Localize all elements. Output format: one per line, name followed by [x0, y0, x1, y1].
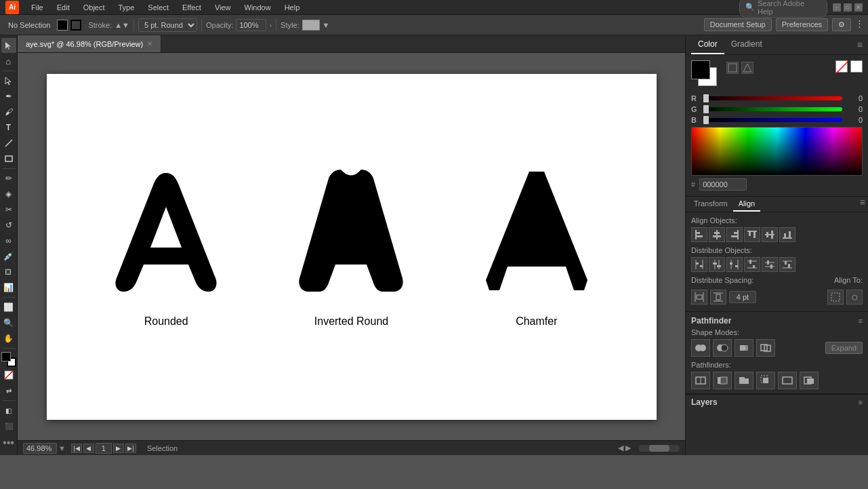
type-tool[interactable]: T [1, 120, 16, 135]
next-page-btn[interactable]: ▶ [113, 444, 124, 453]
brush-tool[interactable]: 🖌 [1, 104, 16, 119]
align-bottom-btn[interactable] [779, 227, 795, 242]
zoom-input[interactable]: 46.98% [23, 443, 57, 454]
transform-tab[interactable]: Transform [688, 197, 733, 212]
b-slider[interactable] [703, 118, 842, 122]
color-tab[interactable]: Color [691, 35, 724, 54]
exclude-btn[interactable] [756, 339, 775, 357]
hand-tool[interactable]: ✋ [1, 331, 16, 346]
selection-tool[interactable] [1, 38, 16, 53]
cmyk-mode-btn[interactable] [741, 62, 753, 74]
menu-help[interactable]: Help [279, 2, 306, 13]
graph-tool[interactable]: 📊 [1, 280, 16, 295]
foreground-swatch[interactable] [691, 60, 710, 79]
swap-fill-stroke-btn[interactable]: ⇄ [1, 383, 16, 398]
scroll-indicator[interactable] [639, 445, 680, 452]
dist-spacing-v-btn[interactable] [710, 290, 726, 305]
search-box[interactable]: 🔍 Search Adobe Help [739, 0, 827, 18]
align-right-btn[interactable] [726, 227, 743, 242]
zoom-tool[interactable]: 🔍 [1, 315, 16, 330]
align-icons[interactable]: ⋮ [855, 18, 864, 31]
menu-edit[interactable]: Edit [51, 2, 75, 13]
workspace-btn[interactable]: ⚙ [832, 18, 851, 31]
style-arrow[interactable]: ▼ [323, 21, 330, 29]
dist-spacing-h-btn[interactable] [691, 290, 707, 305]
align-center-h-btn[interactable] [709, 227, 725, 242]
pen-tool[interactable]: ✒ [1, 89, 16, 104]
rotate-tool[interactable]: ↺ [1, 218, 16, 233]
stroke-arrows[interactable]: ▲▼ [115, 21, 129, 29]
fill-color-swatch[interactable] [57, 20, 68, 31]
eyedropper-tool[interactable]: 💉 [1, 249, 16, 264]
stroke-color-swatch[interactable] [70, 20, 81, 31]
menu-window[interactable]: Window [239, 2, 276, 13]
expand-button[interactable]: Expand [825, 342, 863, 354]
artboard-tool[interactable]: ⬜ [1, 300, 16, 315]
spacing-input[interactable] [729, 291, 756, 303]
style-swatch[interactable] [302, 20, 320, 31]
scissors-tool[interactable]: ✂ [1, 202, 16, 217]
divide-btn[interactable] [691, 372, 710, 389]
gradient-tab[interactable]: Gradient [724, 35, 769, 54]
pathfinder-menu-btn[interactable]: ≡ [859, 317, 863, 325]
trim-btn[interactable] [713, 372, 732, 389]
dist-top-btn[interactable] [744, 257, 760, 272]
align-top-btn[interactable] [744, 227, 760, 242]
color-panel-menu-btn[interactable]: ≡ [857, 39, 863, 50]
intersect-btn[interactable] [735, 339, 753, 357]
line-tool[interactable] [1, 136, 16, 151]
dist-bottom-btn[interactable] [779, 257, 795, 272]
dist-center-h-btn[interactable] [709, 257, 725, 272]
none-swatch[interactable] [835, 60, 848, 73]
stroke-width-select[interactable]: 5 pt. Round [138, 18, 197, 32]
layers-menu-btn[interactable]: ≡ [859, 398, 863, 406]
rgb-mode-btn[interactable] [726, 62, 739, 74]
crop-btn[interactable] [756, 372, 775, 389]
opacity-input[interactable] [236, 19, 266, 31]
hex-input[interactable]: 000000 [699, 178, 747, 191]
blend-tool[interactable]: ∞ [1, 233, 16, 248]
canvas-wrapper[interactable]: Rounded Inverted Round [18, 53, 685, 440]
dist-left-btn[interactable] [691, 257, 707, 272]
rectangle-tool[interactable] [1, 151, 16, 166]
menu-select[interactable]: Select [142, 2, 174, 13]
fill-swatch-tool[interactable] [1, 352, 11, 361]
active-tab[interactable]: aye.svg* @ 46.98% (RGB/Preview) ✕ [18, 35, 161, 52]
align-to-artboard-btn[interactable]: ⬡ [846, 290, 863, 305]
white-swatch[interactable] [850, 60, 863, 73]
close-btn[interactable]: ✕ [854, 3, 863, 12]
last-page-btn[interactable]: ▶| [125, 444, 136, 453]
restore-btn[interactable]: ▭ [844, 3, 852, 12]
g-slider[interactable] [703, 107, 842, 111]
minus-back-btn[interactable] [800, 372, 819, 389]
menu-effect[interactable]: Effect [177, 2, 207, 13]
preferences-button[interactable]: Preferences [776, 18, 828, 31]
tab-close-btn[interactable]: ✕ [147, 40, 152, 47]
align-to-selection-btn[interactable] [827, 290, 844, 305]
minimize-btn[interactable]: – [833, 3, 841, 12]
none-fill-btn[interactable] [1, 368, 16, 383]
menu-file[interactable]: File [26, 2, 49, 13]
r-slider[interactable] [703, 96, 842, 100]
dist-center-v-btn[interactable] [762, 257, 778, 272]
warp-tool[interactable]: ⛋ [1, 265, 16, 279]
eraser-tool[interactable]: ◈ [1, 187, 16, 201]
dist-right-btn[interactable] [726, 257, 743, 272]
view-mode-btn[interactable]: ◧ [1, 403, 16, 418]
align-center-v-btn[interactable] [762, 227, 778, 242]
page-number-input[interactable] [96, 443, 112, 454]
screen-mode-btn[interactable]: ⬛ [1, 418, 16, 433]
layers-title[interactable]: Layers [691, 397, 718, 407]
minus-front-btn[interactable] [713, 339, 732, 357]
direct-select-tool[interactable] [1, 73, 16, 88]
arrow-nav[interactable]: ◀ ▶ [618, 444, 631, 452]
zoom-dropdown-arrow[interactable]: ▼ [58, 444, 66, 452]
color-spectrum[interactable] [691, 127, 863, 176]
merge-btn[interactable] [735, 372, 753, 389]
home-tool[interactable]: ⌂ [1, 54, 16, 69]
more-tools-btn[interactable]: ••• [3, 437, 14, 449]
align-left-btn[interactable] [691, 227, 707, 242]
menu-object[interactable]: Object [78, 2, 110, 13]
unite-btn[interactable] [691, 339, 710, 357]
first-page-btn[interactable]: |◀ [71, 444, 82, 453]
